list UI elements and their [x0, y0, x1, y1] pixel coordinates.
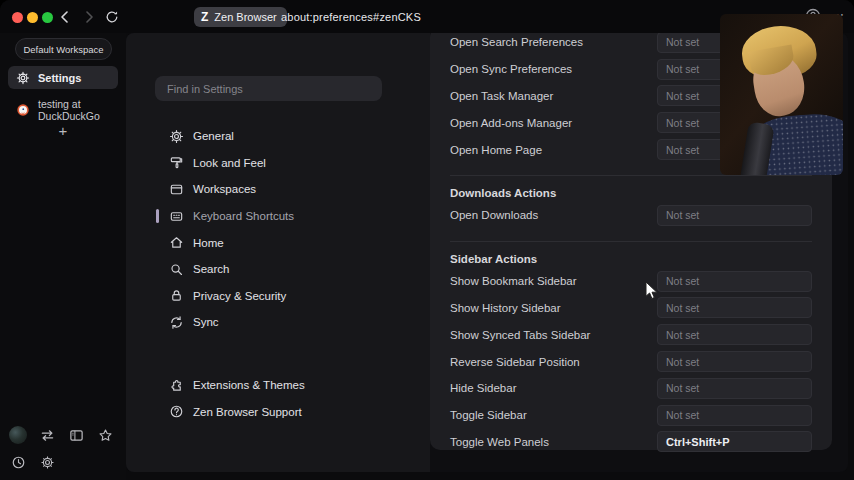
- settings-nav-item[interactable]: Zen Browser Support: [126, 399, 430, 426]
- settings-nav-label: Privacy & Security: [193, 290, 286, 302]
- settings-nav-label: Workspaces: [193, 183, 256, 195]
- history-clock-icon[interactable]: [9, 453, 27, 471]
- shortcut-row: Show Synced Tabs Sidebar Not set: [450, 321, 812, 348]
- workspace-switcher[interactable]: Default Workspace: [15, 38, 112, 60]
- section-header: Downloads Actions: [450, 176, 812, 202]
- shortcut-input[interactable]: Ctrl+Shift+P: [657, 431, 812, 452]
- settings-nav-item[interactable]: Sync: [126, 309, 430, 336]
- shortcut-label: Open Home Page: [450, 144, 542, 156]
- mouse-cursor: [645, 281, 659, 305]
- shortcut-row: Open Downloads Not set: [450, 202, 812, 229]
- gear-icon: [16, 71, 30, 85]
- settings-nav-label: Sync: [193, 316, 219, 328]
- settings-nav-label: Look and Feel: [193, 157, 266, 169]
- reload-button[interactable]: [101, 6, 123, 28]
- sync-icon: [169, 315, 184, 330]
- shortcut-input[interactable]: Not set: [657, 378, 812, 399]
- settings-nav-item[interactable]: Workspaces: [126, 176, 430, 203]
- settings-nav-label: General: [193, 130, 234, 142]
- active-tab[interactable]: Z Zen Browser: [194, 7, 287, 27]
- shortcut-label: Open Downloads: [450, 209, 538, 221]
- shortcut-label: Show History Sidebar: [450, 302, 561, 314]
- sidebar-tab-item[interactable]: Settings: [8, 66, 118, 89]
- gear-icon: [169, 129, 184, 144]
- section-header: Sidebar Actions: [450, 242, 812, 268]
- settings-nav-item[interactable]: Search: [126, 256, 430, 283]
- settings-nav-footer: Extensions & Themes Zen Browser Support: [126, 372, 430, 425]
- settings-nav-item[interactable]: Keyboard Shortcuts: [126, 203, 430, 230]
- settings-nav-list: General Look and Feel Workspaces Keyboar…: [126, 123, 430, 336]
- shortcut-label: Open Add-ons Manager: [450, 117, 572, 129]
- shortcut-label: Hide Sidebar: [450, 382, 516, 394]
- close-window-button[interactable]: [12, 12, 23, 23]
- shortcut-label: Toggle Sidebar: [450, 409, 527, 421]
- shortcut-label: Open Search Preferences: [450, 36, 583, 48]
- settings-nav-item[interactable]: Privacy & Security: [126, 283, 430, 310]
- settings-nav-item[interactable]: General: [126, 123, 430, 150]
- find-in-settings-input[interactable]: [155, 76, 382, 101]
- address-bar[interactable]: about:preferences#zenCKS: [281, 0, 421, 33]
- settings-nav-label: Search: [193, 263, 229, 275]
- puzzle-icon: [169, 378, 184, 393]
- search-icon: [169, 262, 184, 277]
- sidebar-toolbar-top: [9, 426, 114, 444]
- shortcut-label: Show Bookmark Sidebar: [450, 275, 577, 287]
- browser-sidebar: Default Workspace Settings testing at Du…: [0, 33, 126, 480]
- forward-button[interactable]: [78, 6, 100, 28]
- zen-logo-icon: Z: [201, 11, 208, 23]
- shortcut-row: Show Bookmark Sidebar Not set: [450, 268, 812, 295]
- settings-nav-label: Zen Browser Support: [193, 406, 302, 418]
- webcam-overlay: [720, 14, 843, 175]
- shortcut-label: Open Task Manager: [450, 90, 553, 102]
- swap-arrows-icon[interactable]: [38, 426, 56, 444]
- shortcut-section: Downloads Actions: [450, 175, 812, 202]
- shortcut-row: Show History Sidebar Not set: [450, 295, 812, 322]
- sidebar-tab-label: testing at DuckDuckGo: [38, 98, 110, 122]
- shortcut-label: Show Synced Tabs Sidebar: [450, 329, 590, 341]
- brush-icon: [169, 155, 184, 170]
- settings-nav-label: Keyboard Shortcuts: [193, 210, 294, 222]
- shortcut-label: Open Sync Preferences: [450, 63, 572, 75]
- settings-gear-icon[interactable]: [38, 453, 56, 471]
- back-button[interactable]: [53, 6, 75, 28]
- workspace-icon: [169, 182, 184, 197]
- shortcut-input[interactable]: Not set: [657, 324, 812, 345]
- shortcut-label: Toggle Web Panels: [450, 436, 549, 448]
- shortcut-row: Toggle Sidebar Not set: [450, 402, 812, 429]
- shortcut-section: Sidebar Actions: [450, 241, 812, 268]
- shortcut-input[interactable]: Not set: [657, 405, 812, 426]
- zoom-window-button[interactable]: [42, 12, 53, 23]
- shortcut-input[interactable]: Not set: [657, 205, 812, 226]
- lock-icon: [169, 288, 184, 303]
- profile-avatar[interactable]: [9, 426, 27, 444]
- shortcut-row: Hide Sidebar Not set: [450, 375, 812, 402]
- bookmark-star-icon[interactable]: [96, 426, 114, 444]
- sidebar-tab-label: Settings: [38, 72, 81, 84]
- settings-nav-label: Home: [193, 237, 224, 249]
- tab-title: Zen Browser: [214, 11, 276, 23]
- settings-nav-item[interactable]: Home: [126, 229, 430, 256]
- shortcut-input[interactable]: Not set: [657, 351, 812, 372]
- shortcut-input[interactable]: Not set: [657, 271, 812, 292]
- shortcut-row: Toggle Web Panels Ctrl+Shift+P: [450, 429, 812, 456]
- minimize-window-button[interactable]: [27, 12, 38, 23]
- new-tab-button[interactable]: +: [0, 121, 126, 141]
- shortcut-input[interactable]: Not set: [657, 297, 812, 318]
- home-icon: [169, 235, 184, 250]
- browser-window: Z Zen Browser about:preferences#zenCKS ⋯…: [0, 0, 854, 480]
- active-indicator: [156, 209, 159, 223]
- help-icon: [169, 404, 184, 419]
- keyboard-icon: [169, 209, 184, 224]
- toggle-sidebar-icon[interactable]: [67, 426, 85, 444]
- settings-nav-item[interactable]: Extensions & Themes: [126, 372, 430, 399]
- duckduckgo-icon: [16, 103, 30, 117]
- shortcut-label: Reverse Sidebar Position: [450, 356, 580, 368]
- shortcut-row: Reverse Sidebar Position Not set: [450, 348, 812, 375]
- settings-nav-label: Extensions & Themes: [193, 379, 305, 391]
- settings-nav-item[interactable]: Look and Feel: [126, 150, 430, 177]
- sidebar-tab-item[interactable]: testing at DuckDuckGo: [8, 98, 118, 121]
- sidebar-toolbar-bottom: [9, 453, 56, 471]
